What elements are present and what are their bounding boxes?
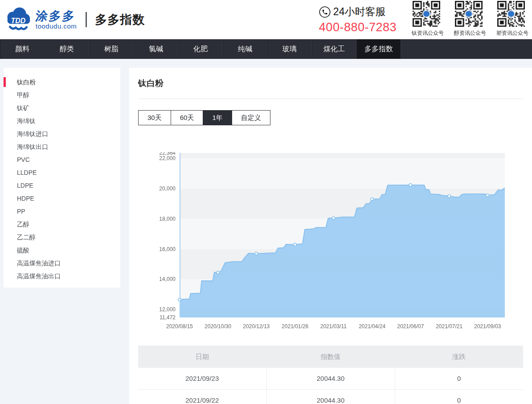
- customer-service-block: 24小时客服 400-880-7283: [319, 5, 397, 34]
- sidebar-item-pvc[interactable]: PVC: [4, 153, 120, 166]
- qr-item-titanium-news: 钛资讯公众号: [412, 1, 441, 37]
- y-axis-label: 20,000: [159, 186, 176, 192]
- main-content: 钛白粉 30天 60天 1年 自定义 22,36422,00020,00018,…: [129, 68, 532, 404]
- sidebar-item-label: 钛白粉: [17, 78, 36, 86]
- y-axis-label: 11,472: [160, 314, 176, 321]
- sidebar-item-label: 海绵钛出口: [17, 143, 48, 150]
- y-axis-label: 16,000: [159, 246, 176, 252]
- page-title: 钛白粉: [138, 78, 523, 89]
- nav-item-dodo-index[interactable]: 多多指数: [356, 39, 401, 59]
- sidebar-item-label: LLDPE: [17, 169, 37, 176]
- main-nav: 颜料 醇类 树脂 氯碱 化肥 纯碱 玻璃 煤化工 多多指数: [0, 39, 532, 59]
- y-axis-label: 12,000: [159, 306, 176, 313]
- sidebar-item-label: PVC: [17, 156, 30, 163]
- sidebar-item-titanium-sponge[interactable]: 海绵钛: [4, 115, 120, 128]
- time-range-button-group: 30天 60天 1年 自定义: [138, 110, 270, 125]
- data-point-marker: [332, 217, 335, 219]
- site-header: TDD 涂多多 toodudu.com 多多指数 24小时客服 400-880-…: [0, 0, 532, 39]
- sidebar-item-label: 钛矿: [17, 104, 29, 111]
- x-axis-label: 2021/03/11: [320, 323, 347, 330]
- index-area-chart[interactable]: 22,36422,00020,00018,00016,00014,00012,0…: [138, 152, 523, 331]
- sidebar-item-label: HDPE: [17, 195, 34, 202]
- qr-code-group: 钛资讯公众号 醇资讯公众号 塑资讯公众号: [412, 1, 526, 37]
- logo-badge-text: TDD: [11, 17, 26, 25]
- sidebar-item-label: PP: [17, 208, 25, 215]
- index-data-table: 日期 指数值 涨跌 2021/09/23 20044.30 0 2021/09/…: [138, 346, 523, 404]
- range-button-1y[interactable]: 1年: [203, 110, 232, 125]
- range-button-custom[interactable]: 自定义: [232, 110, 270, 125]
- x-axis-label: 2021/04/24: [359, 323, 385, 330]
- x-axis-label: 2020/08/15: [166, 323, 193, 330]
- sidebar-item-sulfuric-acid[interactable]: 硫酸: [4, 244, 120, 257]
- sidebar-item-hdpe[interactable]: HDPE: [4, 192, 120, 205]
- x-axis-label: 2021/07/21: [436, 323, 462, 330]
- qr-code-canvas: [455, 1, 483, 27]
- service-hotline-label: 24小时客服: [333, 5, 386, 19]
- cell-index-value: 20044.30: [266, 389, 395, 404]
- header-divider: [86, 12, 87, 27]
- qr-code-canvas: [413, 1, 440, 27]
- sidebar-item-label: 海绵钛进口: [17, 130, 48, 137]
- chart-band: [180, 153, 505, 158]
- x-axis-label: 2021/09/03: [474, 323, 501, 330]
- logo-cloud-icon: TDD: [4, 6, 32, 33]
- cell-index-value: 20044.30: [266, 368, 395, 389]
- y-axis-label: 22,000: [159, 155, 176, 161]
- sidebar-item-label: 甲醇: [17, 91, 29, 99]
- sidebar-item-titanium-ore[interactable]: 钛矿: [4, 102, 120, 115]
- range-button-30d[interactable]: 30天: [138, 110, 171, 125]
- logo[interactable]: TDD 涂多多 toodudu.com: [4, 6, 77, 33]
- sidebar-item-titanium-dioxide[interactable]: 钛白粉: [4, 76, 120, 89]
- nav-item-soda-ash[interactable]: 纯碱: [223, 39, 267, 59]
- sidebar-item-lldpe[interactable]: LLDPE: [4, 166, 120, 179]
- y-axis-label: 14,000: [159, 276, 176, 282]
- column-header-date: 日期: [138, 346, 266, 368]
- sidebar-item-titanium-sponge-export[interactable]: 海绵钛出口: [4, 140, 120, 153]
- y-axis-label: 18,000: [159, 216, 176, 222]
- sidebar-item-titanium-sponge-import[interactable]: 海绵钛进口: [4, 128, 120, 140]
- table-row[interactable]: 2021/09/23 20044.30 0: [138, 368, 523, 389]
- x-axis-label: 2021/06/07: [397, 323, 424, 330]
- sidebar-item-label: 高温煤焦油出口: [17, 272, 61, 280]
- sidebar-item-label: 海绵钛: [17, 117, 36, 124]
- nav-item-chlor-alkali[interactable]: 氯碱: [134, 39, 178, 59]
- brand-block: 涂多多 toodudu.com: [36, 9, 77, 30]
- data-point-marker: [371, 198, 373, 201]
- sidebar-item-label: 硫酸: [17, 247, 29, 254]
- column-header-index-value: 指数值: [266, 346, 395, 368]
- sidebar-item-pp[interactable]: PP: [4, 205, 120, 218]
- sidebar-item-ldpe[interactable]: LDPE: [4, 179, 120, 192]
- sidebar-item-methanol[interactable]: 甲醇: [4, 89, 120, 102]
- sidebar: 钛白粉 甲醇 钛矿 海绵钛 海绵钛进口 海绵钛出口 PVC LLDPE LDPE…: [4, 68, 120, 288]
- sidebar-item-label: 乙二醇: [17, 234, 36, 241]
- service-phone-number[interactable]: 400-880-7283: [319, 21, 397, 34]
- cell-change: 0: [395, 368, 523, 389]
- nav-item-alcohols[interactable]: 醇类: [45, 39, 89, 59]
- nav-item-fertilizer[interactable]: 化肥: [178, 39, 223, 59]
- table-row[interactable]: 2021/09/22 20044.30 0: [138, 389, 523, 404]
- nav-item-glass[interactable]: 玻璃: [267, 39, 312, 59]
- sidebar-item-coal-tar-export[interactable]: 高温煤焦油出口: [4, 270, 120, 283]
- sidebar-item-label: 乙醇: [17, 221, 29, 228]
- sidebar-item-label: LDPE: [17, 182, 33, 189]
- qr-item-alcohol-news: 醇资讯公众号: [454, 1, 483, 37]
- qr-label: 醇资讯公众号: [454, 29, 483, 37]
- brand-name: 涂多多: [35, 9, 78, 23]
- sidebar-item-label: 高温煤焦油进口: [17, 260, 61, 267]
- sidebar-item-coal-tar-import[interactable]: 高温煤焦油进口: [4, 257, 120, 270]
- data-point-marker: [409, 184, 412, 186]
- data-point-marker: [255, 252, 258, 255]
- cell-date: 2021/09/22: [138, 389, 266, 404]
- nav-item-resins[interactable]: 树脂: [89, 39, 134, 59]
- table-header-row: 日期 指数值 涨跌: [138, 346, 523, 368]
- title-divider: [138, 99, 523, 99]
- qr-label: 钛资讯公众号: [412, 29, 441, 37]
- cell-date: 2021/09/23: [138, 368, 266, 389]
- sidebar-item-meg[interactable]: 乙二醇: [4, 231, 120, 244]
- nav-item-coal-chemical[interactable]: 煤化工: [312, 39, 356, 59]
- data-point-marker: [294, 243, 296, 246]
- nav-item-pigments[interactable]: 颜料: [0, 39, 45, 59]
- qr-label: 塑资讯公众号: [496, 29, 526, 37]
- range-button-60d[interactable]: 60天: [171, 110, 204, 125]
- sidebar-item-ethanol[interactable]: 乙醇: [4, 218, 120, 231]
